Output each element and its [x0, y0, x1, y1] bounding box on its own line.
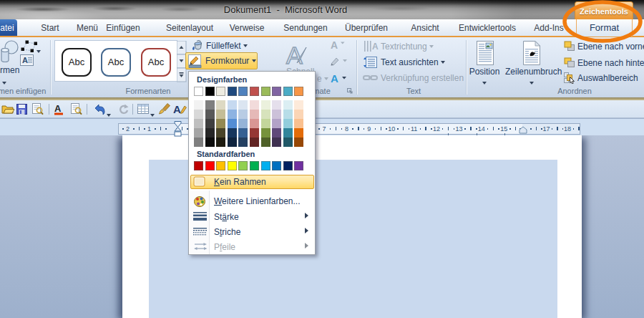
- svg-text:A: A: [331, 72, 338, 85]
- svg-text:A: A: [54, 104, 62, 114]
- svg-text:A: A: [331, 39, 338, 51]
- svg-text:A: A: [173, 103, 181, 115]
- svg-text:A: A: [22, 56, 28, 64]
- svg-text:A: A: [372, 42, 379, 52]
- svg-text:A: A: [286, 43, 303, 67]
